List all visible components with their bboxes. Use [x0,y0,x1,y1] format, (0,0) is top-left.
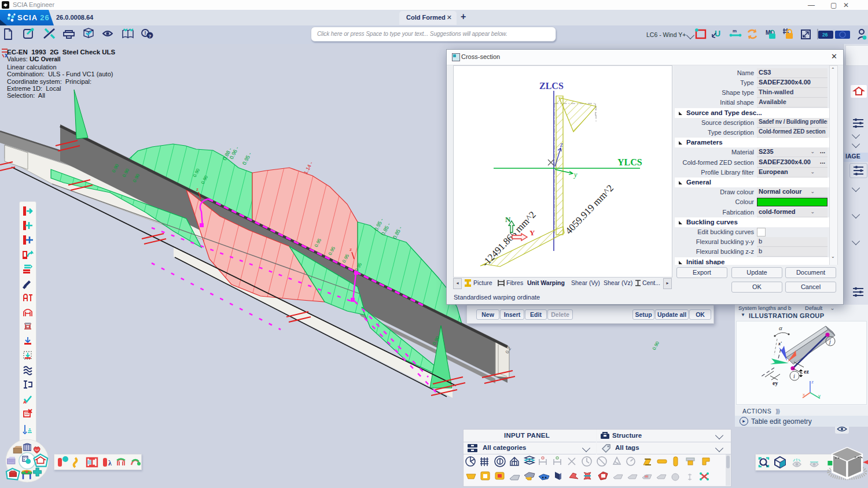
svg-text:y: y [818,393,821,398]
svg-text:ey: ey [773,380,778,386]
svg-text:z: z [196,187,198,192]
svg-text:0.90: 0.90 [652,340,661,350]
svg-text:z': z' [778,341,782,346]
svg-text:26: 26 [822,32,828,38]
svg-text:?: ? [149,34,152,39]
svg-text:ez: ez [804,368,809,375]
svg-text:z: z [811,379,814,385]
svg-text:i: i [793,373,795,379]
svg-text:λ: λ [108,459,112,467]
svg-text:0.95 -: 0.95 - [241,151,253,166]
svg-text:A: A [23,400,27,405]
svg-text:x: x [803,392,805,397]
svg-text:m: m [733,28,737,34]
svg-text:0.85 -: 0.85 - [392,225,403,240]
svg-text:z: z [350,247,352,252]
svg-text:α: α [779,324,782,331]
svg-text:!: ! [145,30,146,36]
svg-text:1.14 -: 1.14 - [303,161,314,175]
